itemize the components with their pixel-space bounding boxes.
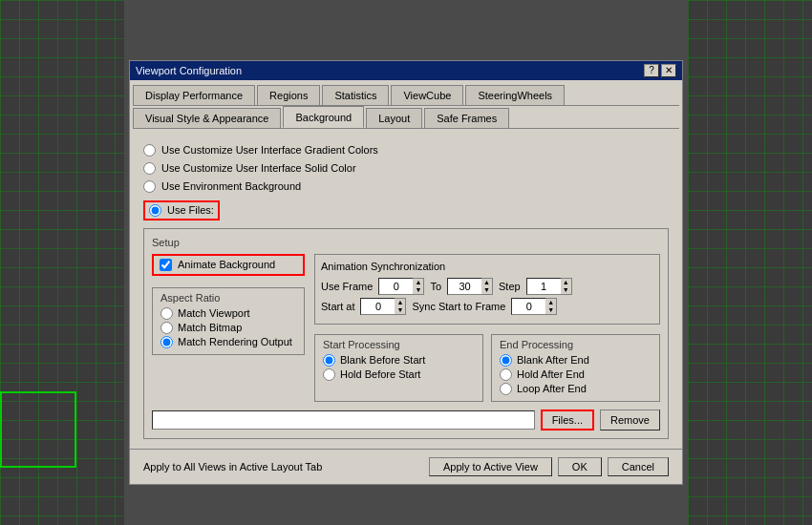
radio-use-files-input[interactable] [149,204,161,217]
radio-solid-input[interactable] [143,162,156,175]
to-spin-up[interactable]: ▲ [481,279,492,286]
end-processing-group: End Processing Blank After End Hold Afte… [491,334,660,402]
radio-environment-label: Use Environment Background [161,180,301,192]
tabs-row2: Visual Style & Appearance Background Lay… [133,106,679,129]
radio-loop-after-end[interactable] [500,383,512,395]
sync-start-label: Sync Start to Frame [412,301,505,312]
start-at-spin-up[interactable]: ▲ [395,299,405,306]
start-at-field: ▲ ▼ [360,298,406,315]
animation-sync-box: Animation Synchronization Use Frame ▲ ▼ [314,254,660,325]
dialog-title: Viewport Configuration [136,65,242,76]
use-frame-spinners: ▲ ▼ [413,278,424,295]
ok-button[interactable]: OK [558,457,602,476]
help-button[interactable]: ? [644,64,659,77]
match-rendering-label: Match Rendering Output [178,336,292,347]
hold-after-end-label: Hold After End [517,368,585,380]
to-spin-down[interactable]: ▼ [481,286,492,294]
title-bar: Viewport Configuration ? ✕ [130,61,682,80]
start-at-input[interactable] [360,298,395,315]
radio-match-viewport[interactable] [160,307,173,320]
radio-blank-before-start[interactable] [323,354,335,367]
radio-solid: Use Customize User Interface Solid Color [143,162,669,175]
radio-environment-input[interactable] [143,180,156,193]
remove-button[interactable]: Remove [600,410,660,430]
content-area: Use Customize User Interface Gradient Co… [130,129,682,449]
apply-active-view-button[interactable]: Apply to Active View [429,457,552,476]
tab-visual-style[interactable]: Visual Style & Appearance [133,108,281,128]
tab-display-performance[interactable]: Display Performance [133,85,255,105]
processing-row: Start Processing Blank Before Start Hold… [314,334,660,402]
tab-background[interactable]: Background [283,106,364,128]
sync-start-spin-down[interactable]: ▼ [545,306,556,314]
tab-steeringwheels[interactable]: SteeringWheels [465,85,565,105]
animate-background-label: Animate Background [178,259,275,270]
animate-background-checkbox[interactable] [160,259,172,271]
setup-left: Animate Background Aspect Ratio Match Vi… [152,254,305,402]
blank-after-end-item: Blank After End [500,354,652,367]
step-input[interactable] [526,278,561,295]
files-button[interactable]: Files... [541,410,594,430]
use-frame-field: ▲ ▼ [378,278,424,295]
radio-gradient: Use Customize User Interface Gradient Co… [143,144,669,157]
to-field: ▲ ▼ [447,278,493,295]
sync-start-spin-up[interactable]: ▲ [545,299,556,306]
sync-start-field: ▲ ▼ [511,298,557,315]
bottom-left: Apply to All Views in Active Layout Tab [143,461,322,472]
setup-inner: Animate Background Aspect Ratio Match Vi… [152,254,660,402]
start-at-spinners: ▲ ▼ [395,298,406,315]
radio-use-files-row: Use Files: [143,200,220,220]
sync-row-start: Start at ▲ ▼ Sync Start to Frame [321,298,653,315]
aspect-match-bitmap: Match Bitmap [160,322,296,334]
start-at-label: Start at [321,301,354,312]
match-bitmap-label: Match Bitmap [178,322,242,333]
animate-background-box: Animate Background [152,254,305,276]
blank-before-start-label: Blank Before Start [340,354,425,366]
radio-match-rendering[interactable] [160,336,173,348]
aspect-ratio-group: Aspect Ratio Match Viewport Match Bitmap [152,287,305,355]
step-field: ▲ ▼ [526,278,572,295]
bottom-bar: Apply to All Views in Active Layout Tab … [130,449,682,484]
to-input[interactable] [447,278,481,295]
blank-before-start-item: Blank Before Start [323,354,475,367]
file-path-input[interactable] [152,410,535,430]
file-row: Files... Remove [152,410,660,430]
bottom-right: Apply to Active View OK Cancel [429,457,669,476]
to-spinners: ▲ ▼ [481,278,493,295]
step-spin-up[interactable]: ▲ [561,279,571,286]
use-frame-spin-up[interactable]: ▲ [413,279,423,286]
radio-gradient-label: Use Customize User Interface Gradient Co… [161,144,378,156]
tab-safe-frames[interactable]: Safe Frames [424,108,509,128]
cancel-button[interactable]: Cancel [608,457,669,476]
to-label: To [430,281,441,292]
aspect-ratio-label: Aspect Ratio [160,292,296,304]
use-frame-label: Use Frame [321,281,373,292]
apply-all-label: Apply to All Views in Active Layout Tab [143,461,322,472]
use-frame-spin-down[interactable]: ▼ [413,286,423,294]
step-label: Step [499,281,521,292]
loop-after-end-item: Loop After End [500,383,652,395]
tab-regions[interactable]: Regions [257,85,320,105]
setup-right: Animation Synchronization Use Frame ▲ ▼ [314,254,660,402]
radio-gradient-input[interactable] [143,144,156,157]
close-button[interactable]: ✕ [661,64,676,77]
sync-row-frame: Use Frame ▲ ▼ To [321,278,653,295]
tabs-row1: Display Performance Regions Statistics V… [133,83,679,106]
tab-statistics[interactable]: Statistics [322,85,389,105]
radio-solid-label: Use Customize User Interface Solid Color [161,162,356,174]
radio-blank-after-end[interactable] [500,354,512,367]
radio-hold-after-end[interactable] [500,368,512,381]
start-at-spin-down[interactable]: ▼ [395,306,405,314]
tab-viewcube[interactable]: ViewCube [391,85,463,105]
tab-layout[interactable]: Layout [366,108,422,128]
sync-start-spinners: ▲ ▼ [545,298,557,315]
setup-label: Setup [152,237,660,248]
radio-match-bitmap[interactable] [160,322,173,334]
loop-after-end-label: Loop After End [517,383,587,394]
title-bar-buttons: ? ✕ [644,64,676,77]
hold-before-start-item: Hold Before Start [323,368,475,381]
radio-hold-before-start[interactable] [323,368,335,381]
step-spin-down[interactable]: ▼ [561,286,571,294]
aspect-match-viewport: Match Viewport [160,307,296,320]
use-frame-input[interactable] [378,278,413,295]
sync-start-input[interactable] [511,298,545,315]
